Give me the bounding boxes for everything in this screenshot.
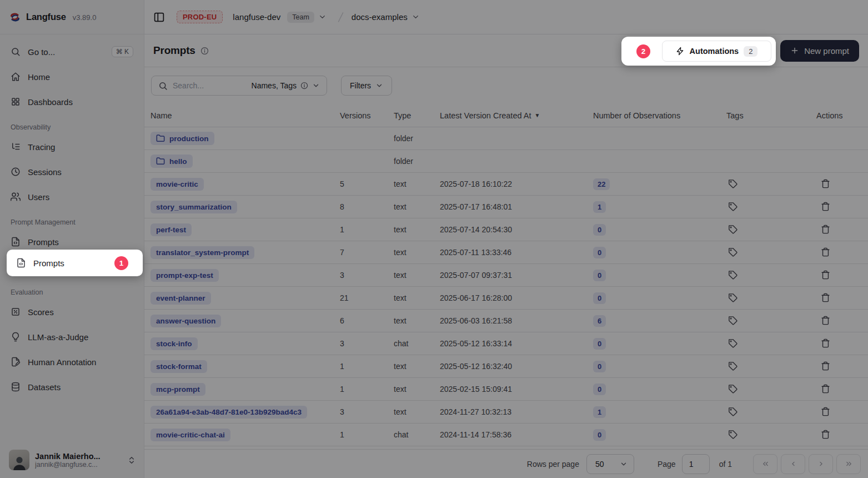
automations-count-badge: 2 bbox=[744, 46, 757, 57]
dim-overlay bbox=[0, 0, 868, 478]
automations-button[interactable]: Automations 2 bbox=[662, 41, 771, 62]
prompts-label: Prompts bbox=[33, 258, 64, 268]
prompts-file-icon bbox=[16, 258, 26, 268]
annotation-spotlight-automations: 2 Automations 2 bbox=[621, 37, 776, 66]
annotation-step-1: 1 bbox=[114, 256, 128, 270]
annotation-step-2: 2 bbox=[636, 44, 650, 58]
automations-label: Automations bbox=[690, 47, 739, 56]
annotation-spotlight-prompts[interactable]: Prompts 1 bbox=[7, 250, 143, 276]
zap-icon bbox=[676, 47, 685, 56]
